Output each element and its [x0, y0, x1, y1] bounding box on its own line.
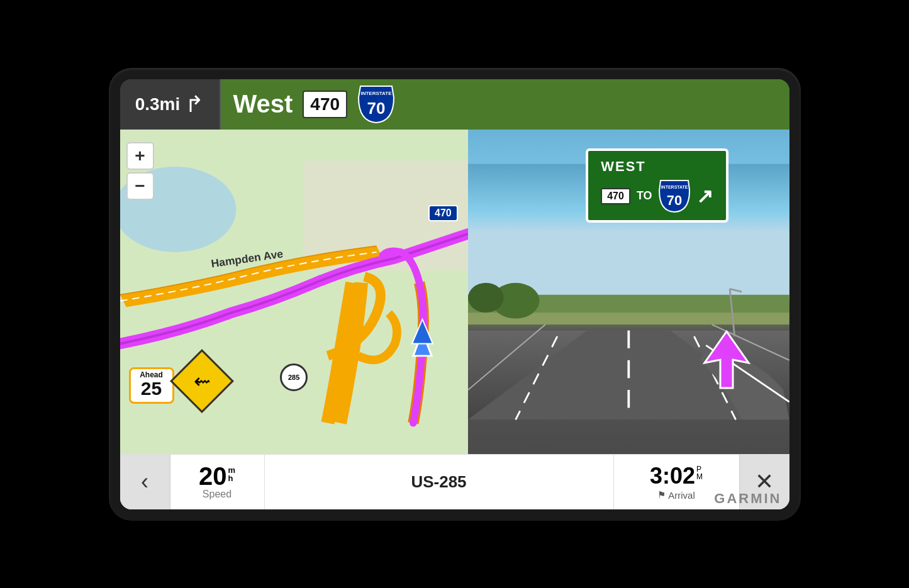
speed-sign-number: 25 — [133, 379, 170, 398]
turn-arrow-icon: ↱ — [185, 91, 204, 118]
sign-interstate-70: INTERSTATE 70 — [659, 180, 690, 213]
nav-distance-panel: 0.3mi ↱ — [120, 79, 221, 130]
road-badge-470: 470 — [428, 205, 458, 221]
speed-unit: m h — [228, 466, 235, 482]
sign-to-text: TO — [637, 189, 652, 202]
flag-icon: ⚑ — [657, 489, 666, 501]
nav-arrow-overlay — [701, 328, 752, 391]
speed-panel: 20 m h Speed — [170, 455, 265, 509]
highway-sign-470: 470 — [303, 91, 347, 118]
sign-shield-470: 470 — [601, 188, 630, 204]
back-button[interactable]: ‹ — [120, 455, 170, 509]
road-badge-285: 285 — [280, 363, 308, 391]
curve-warning-icon: ⇜ — [193, 369, 210, 393]
sign-arrow-icon: ↗ — [696, 184, 713, 208]
nav-distance-text: 0.3mi — [135, 94, 181, 114]
speed-value: 20 — [199, 463, 227, 489]
svg-text:INTERSTATE: INTERSTATE — [361, 91, 393, 96]
green-sign-title: WEST — [601, 158, 713, 175]
speed-limit-sign: Ahead 25 — [129, 367, 174, 404]
arrival-time: 3:02 P M — [650, 463, 703, 489]
garmin-logo: GARMIN — [714, 491, 781, 507]
map-svg: Hampden Ave — [120, 130, 468, 454]
zoom-controls: + − — [126, 142, 154, 200]
nav-bar: 0.3mi ↱ West 470 INTERSTATE 70 — [120, 79, 789, 130]
nav-direction-panel: West 470 INTERSTATE 70 — [221, 79, 789, 130]
bottom-bar: ‹ 20 m h Speed US-285 3:02 P — [120, 454, 789, 509]
svg-text:INTERSTATE: INTERSTATE — [661, 185, 688, 189]
main-content: Hampden Ave + − Ahead 25 — [120, 130, 789, 454]
arrival-label: ⚑ Arrival — [657, 489, 695, 501]
camera-section: WEST 470 TO INTERSTATE 70 ↗ — [468, 130, 789, 454]
interstate-shield-70: INTERSTATE 70 — [357, 85, 395, 124]
device-screen: 0.3mi ↱ West 470 INTERSTATE 70 — [120, 79, 789, 509]
svg-text:70: 70 — [666, 192, 681, 208]
svg-text:70: 70 — [367, 99, 386, 118]
current-road-name: US-285 — [265, 455, 613, 509]
speed-label: Speed — [203, 489, 231, 500]
garmin-device: 0.3mi ↱ West 470 INTERSTATE 70 — [109, 68, 801, 521]
zoom-in-button[interactable]: + — [126, 142, 154, 170]
green-sign-row: 470 TO INTERSTATE 70 ↗ — [601, 180, 713, 213]
map-section: Hampden Ave + − Ahead 25 — [120, 130, 468, 454]
nav-direction-text: West — [233, 90, 293, 118]
svg-point-22 — [468, 282, 504, 312]
svg-marker-25 — [705, 331, 749, 388]
arrival-ampm: P M — [696, 465, 703, 480]
zoom-out-button[interactable]: − — [126, 172, 154, 200]
highway-sign-overlay: WEST 470 TO INTERSTATE 70 ↗ — [586, 148, 728, 223]
